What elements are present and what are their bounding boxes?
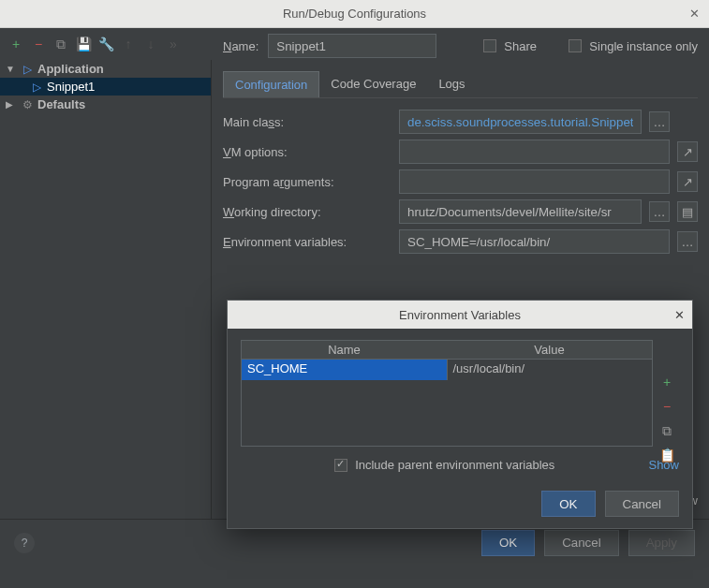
expand-vm-icon[interactable]: ↗ (677, 141, 698, 162)
col-name: Name (242, 341, 447, 359)
tree-label: Snippet1 (47, 80, 95, 94)
tree-defaults[interactable]: ▶ ⚙ Defaults (0, 96, 211, 113)
remove-icon[interactable]: − (658, 398, 675, 415)
list-dir-icon[interactable]: ▤ (677, 201, 698, 222)
single-instance-label: Single instance only (589, 39, 698, 53)
tab-coverage[interactable]: Code Coverage (319, 71, 427, 97)
chevron-down-icon: ▼ (6, 64, 17, 74)
close-icon[interactable]: ✕ (674, 308, 685, 322)
chevron-right-icon: ▶ (6, 99, 17, 110)
program-args-label: Program arguments: (223, 175, 391, 189)
env-vars-dialog: Environment Variables ✕ Name Value (227, 300, 693, 529)
window-title: Run/Debug Configurations (283, 7, 426, 21)
browse-main-class-button[interactable]: … (649, 111, 670, 132)
working-dir-label: Working directory: (223, 205, 391, 219)
main-class-label: Main class: (223, 115, 391, 129)
tree-toolbar: + − ⧉ 💾 🔧 ↑ ↓ » (0, 28, 212, 60)
add-icon[interactable]: + (658, 374, 675, 390)
tab-logs[interactable]: Logs (427, 71, 476, 97)
cancel-button[interactable]: Cancel (605, 491, 680, 517)
tree-label: Application (37, 62, 104, 76)
single-instance-checkbox[interactable] (569, 39, 582, 52)
tabs: Configuration Code Coverage Logs (223, 71, 698, 98)
move-up-icon[interactable]: ↑ (120, 36, 137, 52)
main-content: + − ⧉ 💾 🔧 ↑ ↓ » ▼ ▷ Application (0, 28, 709, 588)
expand-args-icon[interactable]: ↗ (677, 171, 698, 192)
ok-button[interactable]: OK (481, 530, 535, 556)
copy-icon[interactable]: ⧉ (52, 36, 69, 52)
application-icon: ▷ (21, 63, 34, 76)
cell-value: /usr/local/bin/ (447, 360, 653, 380)
table-header: Name Value (242, 341, 652, 360)
expand-icon[interactable]: » (165, 36, 182, 52)
browse-env-button[interactable]: … (677, 231, 698, 252)
paste-icon[interactable]: 📋 (658, 447, 675, 463)
apply-button[interactable]: Apply (628, 530, 695, 556)
cancel-button[interactable]: Cancel (544, 530, 619, 556)
include-parent-label: Include parent environment variables (355, 458, 554, 472)
help-icon[interactable]: ? (14, 533, 35, 553)
cell-name: SC_HOME (242, 360, 447, 380)
ok-button[interactable]: OK (541, 491, 595, 517)
table-row[interactable]: SC_HOME /usr/local/bin/ (242, 360, 652, 380)
tree-application[interactable]: ▼ ▷ Application (0, 60, 211, 78)
dialog-titlebar: Environment Variables ✕ (228, 301, 692, 329)
copy-icon[interactable]: ⧉ (658, 422, 675, 439)
table-empty (242, 380, 652, 446)
move-down-icon[interactable]: ↓ (142, 36, 159, 52)
browse-dir-button[interactable]: … (649, 201, 670, 222)
program-args-input[interactable] (399, 169, 670, 194)
vm-options-input[interactable] (399, 140, 670, 164)
name-label: Name: (223, 39, 258, 53)
include-parent-checkbox[interactable] (334, 459, 347, 472)
run-debug-window: Run/Debug Configurations ✕ + − ⧉ 💾 🔧 ↑ ↓… (0, 0, 709, 588)
save-icon[interactable]: 💾 (75, 36, 92, 52)
env-table: Name Value SC_HOME /usr/local/bin/ (241, 340, 653, 447)
env-vars-input[interactable] (399, 229, 670, 254)
remove-icon[interactable]: − (30, 36, 47, 52)
add-icon[interactable]: + (7, 36, 24, 52)
col-value: Value (447, 341, 652, 359)
gear-icon: ⚙ (21, 98, 34, 111)
share-checkbox[interactable] (483, 39, 496, 52)
config-tree: ▼ ▷ Application ▷ Snippet1 ▶ ⚙ Defaults (0, 60, 212, 519)
config-form: Main class: … VM options: ↗ Program argu… (223, 110, 698, 254)
main-class-input[interactable] (399, 110, 642, 134)
env-vars-label: Environment variables: (223, 235, 391, 249)
titlebar: Run/Debug Configurations ✕ (0, 0, 709, 28)
table-toolbar: + − ⧉ 📋 (658, 374, 675, 463)
name-input[interactable] (268, 34, 436, 58)
tree-label: Defaults (37, 97, 85, 111)
application-icon: ▷ (30, 81, 43, 94)
vm-options-label: VM options: (223, 145, 391, 159)
working-dir-input[interactable] (399, 199, 642, 224)
left-panel: + − ⧉ 💾 🔧 ↑ ↓ » ▼ ▷ Application (0, 28, 212, 519)
close-icon[interactable]: ✕ (689, 7, 700, 21)
tree-snippet[interactable]: ▷ Snippet1 (0, 78, 211, 96)
settings-icon[interactable]: 🔧 (97, 36, 114, 52)
share-label: Share (504, 39, 537, 53)
dialog-title: Environment Variables (399, 308, 521, 322)
tab-configuration[interactable]: Configuration (223, 71, 319, 97)
